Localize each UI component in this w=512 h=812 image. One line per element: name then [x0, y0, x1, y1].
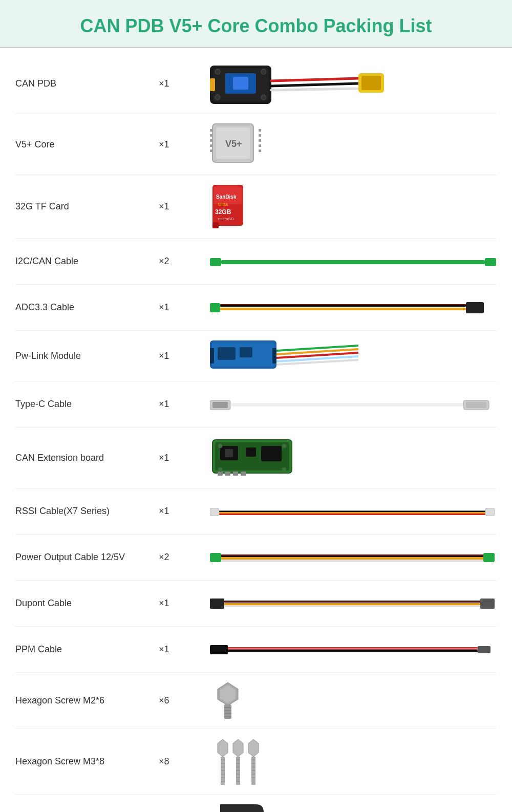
page-container: CAN PDB V5+ Core Combo Packing List CAN …: [0, 0, 512, 812]
page-title: CAN PDB V5+ Core Combo Packing List: [10, 15, 502, 37]
svg-rect-19: [210, 139, 212, 142]
svg-rect-86: [224, 603, 480, 605]
svg-rect-41: [466, 302, 484, 313]
svg-rect-83: [483, 553, 495, 562]
list-item: I2C/CAN Cable ×2: [15, 239, 497, 285]
svg-rect-82: [221, 560, 483, 562]
list-item: Pw-Link Module ×1: [15, 331, 497, 381]
item-qty: ×1: [159, 351, 200, 361]
screw-m2-icon: [210, 680, 246, 721]
item-name: RSSI Cable(X7 Series): [15, 506, 159, 517]
list-item: Type-C Cable ×1: [15, 381, 497, 428]
svg-rect-13: [210, 78, 215, 91]
item-qty: ×1: [159, 302, 200, 313]
svg-rect-76: [219, 511, 485, 512]
svg-rect-12: [361, 76, 381, 90]
item-name: Hexagon Screw M3*8: [15, 756, 159, 767]
svg-rect-24: [259, 139, 261, 142]
item-name: Type-C Cable: [15, 399, 159, 410]
item-image: [200, 504, 497, 519]
svg-rect-54: [212, 402, 228, 408]
svg-rect-46: [210, 348, 214, 364]
list-item: Power Output Cable 12/5V ×2: [15, 535, 497, 581]
item-qty: ×1: [159, 644, 200, 655]
item-name: 32G TF Card: [15, 201, 159, 212]
item-image: SanDisk Ultra 32GB microSD: [200, 182, 497, 231]
items-list: CAN PDB ×1: [0, 48, 512, 812]
svg-rect-92: [228, 650, 478, 652]
svg-rect-63: [261, 446, 282, 461]
can-pdb-icon: [210, 60, 404, 106]
svg-rect-78: [210, 553, 221, 562]
svg-rect-93: [228, 648, 478, 649]
svg-rect-66: [233, 472, 238, 476]
item-name: V5+ Core: [15, 139, 159, 150]
item-image: [200, 640, 497, 658]
list-item: V5+ Core ×1 V5+: [15, 114, 497, 175]
svg-rect-64: [218, 472, 223, 476]
item-name: Hexagon Screw M2*6: [15, 695, 159, 706]
svg-rect-74: [219, 512, 485, 514]
svg-text:SanDisk: SanDisk: [216, 194, 237, 200]
svg-rect-20: [210, 144, 212, 147]
svg-rect-67: [241, 472, 246, 476]
screw-m3-icon: [210, 736, 312, 787]
svg-rect-62: [246, 447, 256, 457]
item-name: Dupont Cable: [15, 598, 159, 609]
item-image: [200, 594, 497, 612]
list-item: CAN Extension board ×1: [15, 428, 497, 488]
list-item: PPM Cable ×1: [15, 627, 497, 673]
svg-rect-88: [224, 605, 480, 607]
svg-rect-39: [220, 308, 466, 310]
svg-rect-22: [259, 129, 261, 132]
item-image: [200, 435, 497, 481]
svg-text:Ultra: Ultra: [218, 202, 228, 207]
item-image: V5+: [200, 121, 497, 167]
svg-rect-35: [221, 260, 485, 264]
item-name: PPM Cable: [15, 644, 159, 655]
svg-rect-65: [225, 472, 230, 476]
dupont-cable-icon: [210, 594, 497, 612]
rssi-cable-icon: [210, 504, 497, 519]
svg-rect-23: [259, 134, 261, 137]
acrylic-icon: [210, 802, 276, 812]
item-qty: ×1: [159, 506, 200, 517]
item-qty: ×8: [159, 756, 200, 767]
item-qty: ×1: [159, 78, 200, 89]
item-name: I2C/CAN Cable: [15, 256, 159, 267]
svg-line-10: [271, 89, 358, 90]
svg-rect-26: [259, 149, 261, 152]
svg-point-5: [261, 69, 266, 74]
item-qty: ×1: [159, 598, 200, 609]
pwlink-icon: [210, 338, 364, 374]
svg-rect-18: [210, 134, 212, 137]
list-item: Hexagon Screw M2*6 ×6: [15, 673, 497, 729]
list-item: RSSI Cable(X7 Series) ×1: [15, 488, 497, 535]
svg-point-4: [215, 69, 220, 74]
svg-rect-61: [225, 449, 233, 457]
power-cable-icon: [210, 548, 497, 566]
list-item: Acrylic Shell ×1: [15, 795, 497, 812]
item-qty: ×1: [159, 201, 200, 212]
svg-rect-17: [210, 129, 212, 132]
item-name: CAN PDB: [15, 78, 159, 89]
page-header: CAN PDB V5+ Core Combo Packing List: [0, 0, 512, 48]
list-item: CAN PDB ×1: [15, 53, 497, 114]
ppm-cable-icon: [210, 640, 497, 658]
item-qty: ×2: [159, 552, 200, 563]
svg-line-8: [271, 78, 358, 81]
item-qty: ×1: [159, 453, 200, 463]
can-ext-icon: [210, 435, 302, 481]
svg-point-71: [282, 467, 286, 472]
svg-rect-3: [233, 77, 248, 90]
svg-marker-120: [248, 739, 259, 757]
item-qty: ×6: [159, 695, 200, 706]
v5core-icon: V5+: [210, 121, 261, 167]
svg-marker-102: [218, 739, 228, 757]
item-image: [200, 736, 497, 787]
svg-rect-47: [272, 348, 276, 364]
item-image: [200, 338, 497, 374]
svg-rect-72: [210, 508, 219, 516]
item-image: [200, 802, 497, 812]
svg-rect-36: [485, 258, 496, 266]
